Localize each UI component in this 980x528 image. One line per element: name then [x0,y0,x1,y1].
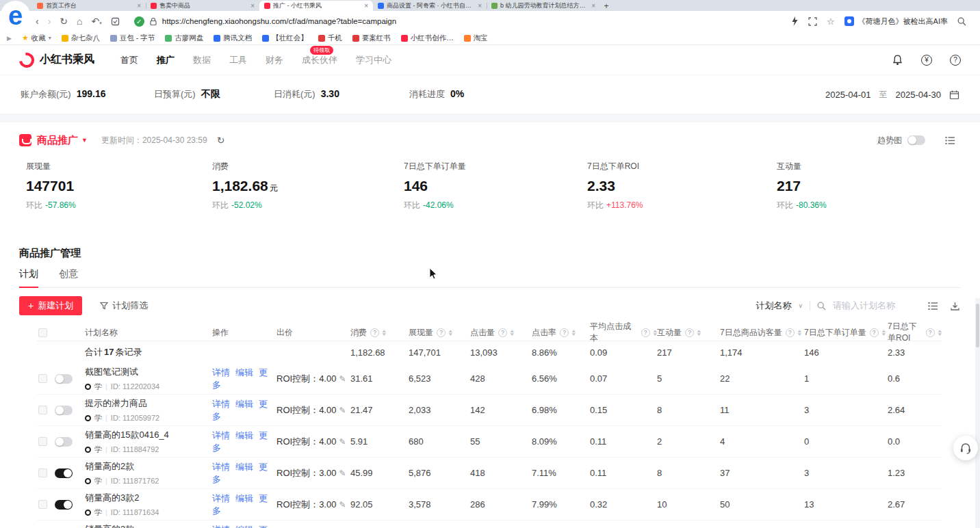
action-link[interactable]: 编辑 [235,430,253,440]
sort-icon[interactable]: ▲▼ [382,329,386,336]
tab-close-icon[interactable]: × [364,2,368,10]
refresh-data-icon[interactable]: ↻ [217,135,225,145]
tab-close-icon[interactable]: × [591,2,595,10]
sort-icon[interactable]: ▲▼ [797,329,801,336]
plan-filter-button[interactable]: 计划筛选 [100,300,148,312]
edit-bid-icon[interactable]: ✎ [339,500,346,510]
nav-item[interactable]: 首页 [120,54,138,66]
promo-title[interactable]: 商品推广 [37,134,78,147]
edit-bid-icon[interactable]: ✎ [339,468,346,478]
column-help-icon[interactable]: ? [786,328,795,337]
edit-bid-icon[interactable]: ✎ [339,437,346,447]
column-help-icon[interactable]: ? [870,328,879,337]
bookmark-item[interactable]: 淘宝 [464,34,488,43]
action-link[interactable]: 详情 [212,430,230,440]
bookmarks-collapse-icon[interactable]: ▶ [7,35,12,42]
mgmt-tab[interactable]: 计划 [19,268,38,288]
bookmark-item[interactable]: 腾讯文档 [214,34,252,43]
header-checkbox[interactable] [38,328,47,337]
bookmark-item[interactable]: 千机 [318,34,342,43]
nav-item[interactable]: 推广 [157,54,175,66]
row-checkbox[interactable] [38,500,47,509]
plan-name[interactable]: 销量高的3款 [85,523,212,528]
bookmark-item[interactable]: 要案红书 [352,34,391,43]
promo-caret-icon[interactable]: ▼ [81,137,88,144]
calendar-icon[interactable] [949,90,959,100]
browser-tab[interactable]: b 幼儿园劳动教育计划总结方案…× [487,1,600,11]
plan-name[interactable]: 提示的潜力商品 [85,397,212,410]
home-icon[interactable]: ⌂ [77,16,82,26]
row-toggle[interactable] [55,468,73,478]
back-icon[interactable]: ‹ [36,16,39,26]
sort-icon[interactable]: ▲▼ [571,329,576,336]
search-field-selector[interactable]: 计划名称 [756,300,791,312]
column-settings-icon[interactable] [928,302,938,311]
tab-close-icon[interactable]: × [478,2,482,10]
edit-bid-icon[interactable]: ✎ [339,374,346,384]
new-plan-button[interactable]: +新建计划 [19,296,82,315]
sort-icon[interactable]: ▲▼ [938,329,942,336]
help-center-icon[interactable]: ? [950,55,961,66]
scrollbar-thumb[interactable] [976,304,979,347]
action-link[interactable]: 详情 [212,367,230,378]
notification-bell-icon[interactable] [892,54,903,66]
plugin-badge[interactable]: 《荷塘月色》被检出高AI率 [844,16,948,27]
row-checkbox[interactable] [38,437,47,446]
action-link[interactable]: 详情 [212,399,230,409]
column-help-icon[interactable]: ? [926,328,935,337]
sort-icon[interactable]: ▲▼ [697,329,701,336]
scrollbar-track[interactable] [975,298,980,528]
browser-tab[interactable]: 商品设置 - 阿奇索 · 小红书自动…× [373,1,487,11]
plan-name[interactable]: 截图笔记测试 [85,366,212,378]
sort-icon[interactable]: ▲▼ [881,329,886,336]
column-help-icon[interactable]: ? [560,328,569,337]
browser-logo[interactable]: e [1,1,30,30]
row-toggle[interactable] [55,437,73,447]
browser-tab[interactable]: 售卖中商品× [146,1,259,11]
action-link[interactable]: 编辑 [235,399,253,409]
column-help-icon[interactable]: ? [641,328,650,337]
row-checkbox[interactable] [38,406,47,414]
action-link[interactable]: 详情 [212,525,230,528]
url-text[interactable]: https://chengfeng.xiaohongshu.com/cf/ad/… [162,17,396,25]
bookmark-item[interactable]: 古廖网盘 [165,34,203,43]
column-help-icon[interactable]: ? [437,328,446,337]
search-icon[interactable] [957,17,966,26]
forward-icon[interactable]: › [48,16,51,26]
action-link[interactable]: 编辑 [235,525,253,528]
bookmark-item[interactable]: ★收藏▾ [22,34,51,43]
plan-name[interactable]: 销量高的3款2 [85,492,212,504]
nav-item[interactable]: 财务 [266,54,283,66]
nav-item[interactable]: 学习中心 [356,54,391,66]
tab-close-icon[interactable]: × [250,2,255,10]
action-link[interactable]: 详情 [212,493,230,503]
bookmark-star-icon[interactable]: ☆ [827,16,835,27]
action-link[interactable]: 编辑 [235,367,253,378]
edit-bid-icon[interactable]: ✎ [339,406,346,415]
address-bar[interactable]: ✓ https://chengfeng.xiaohongshu.com/cf/a… [134,16,972,27]
mgmt-tab[interactable]: 创意 [59,268,78,287]
column-help-icon[interactable]: ? [370,328,379,337]
row-toggle[interactable] [55,374,73,384]
sort-icon[interactable]: ▲▼ [448,329,452,336]
search-input[interactable]: 请输入计划名称 [833,300,895,312]
date-range-picker[interactable]: 2025-04-01 至 2025-04-30 [825,89,959,101]
trend-toggle[interactable] [907,135,925,145]
bookmark-item[interactable]: 豆包 - 字节 [110,34,155,43]
nav-item[interactable]: 数据 [193,54,211,66]
action-link[interactable]: 编辑 [235,462,253,472]
column-help-icon[interactable]: ? [498,328,507,337]
refresh-icon[interactable]: ↻ [60,16,68,26]
bookmark-item[interactable]: 小红书创作… [401,34,454,43]
safety-shield-icon[interactable]: ✓ [134,16,144,27]
date-to[interactable]: 2025-04-30 [896,90,942,100]
plan-name[interactable]: 销量高的15款0416_4 [85,429,212,441]
sort-icon[interactable]: ▲▼ [510,329,514,336]
action-link[interactable]: 详情 [212,462,230,472]
browser-tab[interactable]: 首页工作台× [32,1,146,11]
scan-icon[interactable] [808,17,817,26]
date-from[interactable]: 2025-04-01 [825,90,871,100]
site-logo[interactable]: 小红书乘风 [19,53,94,68]
bookmark-item[interactable]: 杂七杂八 [62,34,100,43]
nav-item[interactable]: 成长伙伴待领取 [302,54,337,66]
